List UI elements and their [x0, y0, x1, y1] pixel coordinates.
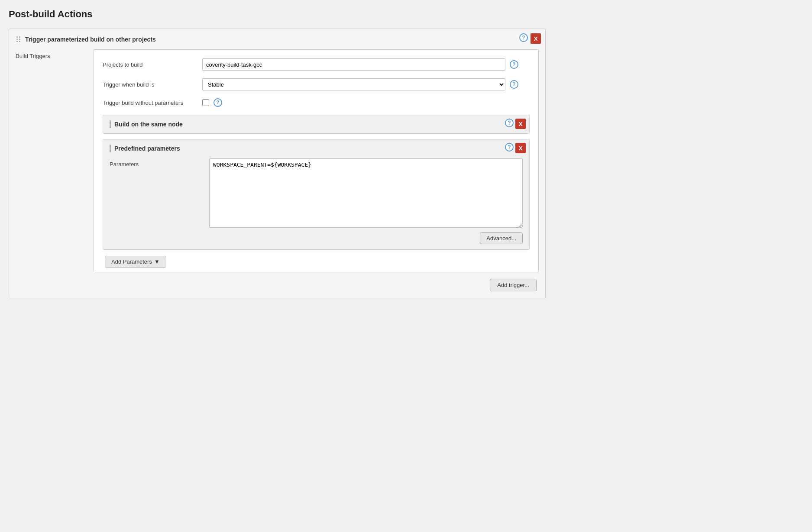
predefined-params-close-button[interactable]: X: [515, 143, 526, 153]
params-row-container: Parameters WORKSPACE_PARENT=${WORKSPACE}…: [110, 158, 523, 244]
params-label: Parameters: [110, 158, 205, 168]
main-help-icon[interactable]: ?: [519, 33, 528, 42]
params-textarea[interactable]: WORKSPACE_PARENT=${WORKSPACE}: [209, 158, 523, 228]
advanced-button[interactable]: Advanced...: [480, 232, 523, 244]
add-trigger-button[interactable]: Add trigger...: [490, 279, 537, 291]
trigger-when-select[interactable]: Stable Unstable or better Failed Always: [202, 78, 505, 90]
build-same-node-header: Build on the same node: [110, 120, 523, 128]
projects-help-icon[interactable]: ?: [510, 60, 518, 69]
add-params-label: Add Parameters: [111, 258, 152, 265]
predefined-params-help-icon[interactable]: ?: [505, 143, 514, 152]
build-same-node-title: Build on the same node: [114, 121, 183, 128]
page-title: Post-build Actions: [9, 9, 803, 20]
trigger-when-row: Trigger when build is Stable Unstable or…: [103, 78, 530, 90]
bottom-buttons: Add trigger...: [94, 279, 539, 291]
projects-to-build-row: Projects to build ?: [103, 58, 530, 71]
params-right: WORKSPACE_PARENT=${WORKSPACE} Advanced..…: [209, 158, 523, 244]
main-section-header: Trigger parameterized build on other pro…: [16, 35, 539, 43]
add-params-row: Add Parameters ▼: [103, 256, 530, 268]
projects-label: Projects to build: [103, 61, 198, 68]
projects-input[interactable]: [202, 58, 505, 71]
add-params-dropdown-icon: ▼: [154, 258, 160, 265]
add-parameters-button[interactable]: Add Parameters ▼: [105, 256, 166, 268]
main-close-button[interactable]: X: [531, 33, 541, 44]
drag-handle: [16, 35, 22, 43]
trigger-without-params-label: Trigger build without parameters: [103, 100, 198, 106]
trigger-when-label: Trigger when build is: [103, 81, 198, 88]
build-same-node-help-icon[interactable]: ?: [505, 119, 514, 127]
predefined-params-section: X ? Predefined parameters Parameters: [103, 139, 530, 250]
build-same-node-close-button[interactable]: X: [515, 119, 526, 129]
two-col-layout: Build Triggers Projects to build ? Trigg…: [16, 49, 539, 291]
right-content: Projects to build ? Trigger when build i…: [94, 49, 539, 291]
trigger-without-params-row: Trigger build without parameters ?: [103, 98, 530, 107]
trigger-when-help-icon[interactable]: ?: [510, 80, 518, 89]
predefined-params-drag-handle: [110, 145, 111, 152]
trigger-without-params-help-icon[interactable]: ?: [214, 98, 222, 107]
trigger-without-params-checkbox[interactable]: [202, 99, 209, 106]
predefined-params-header: Predefined parameters: [110, 145, 523, 152]
build-same-node-drag-handle: [110, 120, 111, 128]
main-section: X ? Trigger parameterized build on other…: [9, 29, 546, 298]
main-section-title: Trigger parameterized build on other pro…: [25, 36, 156, 43]
build-triggers-label: Build Triggers: [16, 49, 94, 291]
predefined-params-title: Predefined parameters: [114, 145, 180, 152]
build-same-node-section: X ? Build on the same node: [103, 115, 530, 134]
